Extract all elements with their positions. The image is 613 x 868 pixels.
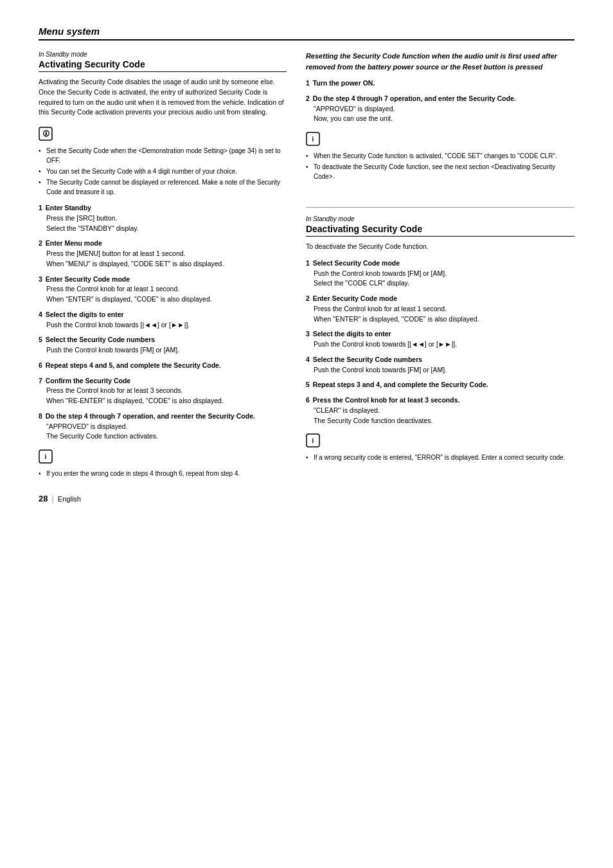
svg-text:i: i: [312, 136, 314, 143]
left-step-4: 4 Select the digits to enter Push the Co…: [39, 310, 287, 330]
left-section-title: Activating Security Code: [39, 59, 287, 72]
reset-step-2: 2 Do the step 4 through 7 operation, and…: [306, 94, 574, 124]
left-column: In Standby mode Activating Security Code…: [39, 51, 287, 503]
svg-text:🛈: 🛈: [42, 130, 49, 138]
reset-notes-list: When the Security Code function is activ…: [306, 151, 574, 181]
deactivate-steps-list: 1 Select Security Code mode Push the Con…: [306, 258, 574, 426]
deactivate-step-1: 1 Select Security Code mode Push the Con…: [306, 258, 574, 289]
reset-heading: Resetting the Security Code function whe…: [306, 51, 574, 72]
left-notes-list: Set the Security Code when the <Demonstr…: [39, 146, 287, 197]
page-title: Menu system: [39, 26, 100, 37]
left-note-item: Set the Security Code when the <Demonstr…: [39, 146, 287, 165]
left-note-item: You can set the Security Code with a 4 d…: [39, 167, 287, 176]
left-bottom-notes: If you enter the wrong code in steps 4 t…: [39, 469, 287, 478]
note-icon-deactivate: i: [306, 433, 320, 448]
left-step-1: 1 Enter Standby Press the [SRC] button. …: [39, 203, 287, 233]
deactivating-section: In Standby mode Deactivating Security Co…: [306, 207, 574, 462]
left-step-8: 8 Do the step 4 through 7 operation, and…: [39, 411, 287, 442]
left-intro-text: Activating the Security Code disables th…: [39, 77, 287, 118]
deactivate-intro: To deactivate the Security Code function…: [306, 242, 574, 252]
reset-step-1: 1 Turn the power ON.: [306, 78, 574, 89]
deactivate-step-4: 4 Select the Security Code numbers Push …: [306, 355, 574, 375]
svg-text:i: i: [312, 437, 314, 444]
deactivate-step-6: 6 Press the Control knob for at least 3 …: [306, 395, 574, 426]
note-icon-reset: i: [306, 132, 320, 146]
page-wrapper: Menu system In Standby mode Activating S…: [39, 26, 574, 503]
deactivate-note-item: If a wrong security code is entered, "ER…: [306, 453, 574, 462]
left-step-3: 3 Enter Security Code mode Press the Con…: [39, 275, 287, 305]
reset-steps-list: 1 Turn the power ON. 2 Do the step 4 thr…: [306, 78, 574, 124]
reset-note-item: To deactivate the Security Code function…: [306, 162, 574, 181]
deactivate-notes-list: If a wrong security code is entered, "ER…: [306, 453, 574, 462]
left-step-7: 7 Confirm the Security Code Press the Co…: [39, 376, 287, 406]
page-number: 28: [39, 494, 48, 503]
footer-divider: |: [51, 494, 53, 503]
left-mode-label: In Standby mode: [39, 51, 287, 58]
left-steps-list: 1 Enter Standby Press the [SRC] button. …: [39, 203, 287, 442]
deactivate-step-3: 3 Select the digits to enter Push the Co…: [306, 329, 574, 350]
right-column: Resetting the Security Code function whe…: [306, 51, 574, 503]
note-icon-2: i: [39, 449, 53, 464]
reset-note-item: When the Security Code function is activ…: [306, 151, 574, 161]
left-step-2: 2 Enter Menu mode Press the [MENU] butto…: [39, 239, 287, 269]
two-column-layout: In Standby mode Activating Security Code…: [39, 51, 574, 503]
left-bottom-note-item: If you enter the wrong code in steps 4 t…: [39, 469, 287, 478]
left-step-6: 6 Repeat steps 4 and 5, and complete the…: [39, 361, 287, 371]
deactivate-mode-label: In Standby mode: [306, 215, 574, 222]
deactivate-section-title: Deactivating Security Code: [306, 224, 574, 237]
page-header: Menu system: [39, 26, 574, 41]
footer-language: English: [58, 495, 81, 503]
deactivate-step-2: 2 Enter Security Code mode Press the Con…: [306, 294, 574, 324]
deactivate-step-5: 5 Repeat steps 3 and 4, and complete the…: [306, 380, 574, 390]
left-note-item: The Security Code cannot be displayed or…: [39, 177, 287, 197]
page-footer: 28 | English: [39, 494, 287, 503]
note-icon-1: 🛈: [39, 127, 53, 141]
svg-text:i: i: [45, 453, 47, 460]
left-step-5: 5 Select the Security Code numbers Push …: [39, 335, 287, 356]
